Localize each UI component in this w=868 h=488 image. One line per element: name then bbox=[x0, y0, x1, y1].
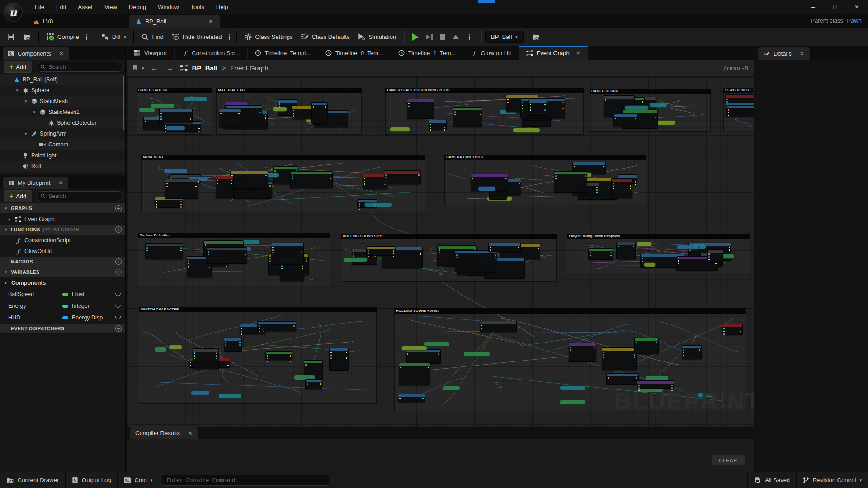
comment-title[interactable]: ROLLING SOUND Forest bbox=[394, 308, 746, 314]
close-details-panel-icon[interactable]: ✕ bbox=[800, 51, 804, 57]
variable-pill-node[interactable] bbox=[424, 342, 450, 347]
add-section-item-icon[interactable]: + bbox=[115, 269, 122, 275]
nav-back-icon[interactable]: ← bbox=[149, 64, 160, 73]
tab-asset-bpball[interactable]: ♟ BP_Ball ✕ bbox=[129, 15, 220, 28]
component-camera[interactable]: Camera bbox=[0, 139, 125, 150]
graph-tab-timeline-0-tem[interactable]: Timeline_0_Tem... bbox=[318, 46, 391, 60]
menu-file[interactable]: File bbox=[29, 4, 50, 10]
blueprint-node[interactable] bbox=[602, 347, 637, 370]
blueprint-node[interactable] bbox=[606, 373, 639, 385]
blueprint-node[interactable] bbox=[480, 321, 517, 332]
output-log-button[interactable]: Output Log bbox=[66, 472, 118, 488]
blueprint-node[interactable] bbox=[290, 171, 333, 188]
component-spheredetector[interactable]: SphereDetector bbox=[0, 117, 125, 128]
blueprint-item-constructionscript[interactable]: ƒ̂ConstructionScript bbox=[0, 235, 125, 246]
variable-pill-node[interactable] bbox=[184, 97, 208, 102]
variable-pill-node[interactable] bbox=[637, 242, 652, 247]
blueprint-node[interactable] bbox=[366, 246, 395, 256]
my-blueprint-search-input[interactable] bbox=[48, 193, 118, 199]
blueprint-node[interactable] bbox=[634, 338, 658, 354]
menu-edit[interactable]: Edit bbox=[50, 4, 72, 10]
blueprint-node[interactable] bbox=[682, 345, 702, 359]
eject-button[interactable] bbox=[453, 35, 459, 39]
revision-control-button[interactable]: Revision Control ▾ bbox=[796, 472, 868, 488]
comment-title[interactable]: CAMER START POSITIONING PITCH bbox=[385, 88, 584, 93]
blueprint-node[interactable] bbox=[588, 248, 613, 260]
find-button[interactable]: Find bbox=[137, 30, 167, 44]
blueprint-node[interactable] bbox=[616, 242, 636, 260]
blueprint-node[interactable] bbox=[363, 174, 387, 189]
component-springarm[interactable]: ▾SpringArm bbox=[0, 128, 125, 139]
blueprint-node[interactable] bbox=[305, 379, 322, 389]
breadcrumb-asset[interactable]: BP_Ball bbox=[192, 64, 218, 72]
add-section-item-icon[interactable]: + bbox=[115, 226, 122, 233]
blueprint-node[interactable] bbox=[292, 106, 314, 119]
browse-debug-object-button[interactable] bbox=[528, 30, 544, 44]
find-options-kebab-icon[interactable] bbox=[226, 34, 233, 40]
variable-pill-node[interactable] bbox=[513, 128, 540, 133]
event-graph-canvas[interactable]: CAMER FADE INMATERIAL FADECAMER START PO… bbox=[127, 77, 754, 427]
blueprint-node[interactable] bbox=[165, 179, 198, 199]
play-button[interactable] bbox=[412, 33, 419, 41]
nav-forward-icon[interactable]: → bbox=[165, 64, 176, 73]
variable-pill-node[interactable] bbox=[164, 169, 188, 174]
tab-level-lv0[interactable]: LV0 bbox=[27, 15, 59, 28]
blueprint-node[interactable] bbox=[398, 394, 425, 402]
menu-view[interactable]: View bbox=[99, 4, 123, 10]
variable-pill-node[interactable] bbox=[218, 394, 242, 399]
comment-title[interactable]: CAMER FADE IN bbox=[137, 88, 212, 93]
blueprint-node[interactable] bbox=[611, 178, 632, 198]
blueprint-item-glowonhit[interactable]: ƒGlowOnHit bbox=[0, 246, 125, 257]
parent-class-link[interactable]: Pawn bbox=[847, 17, 862, 24]
diff-button[interactable]: Diff ▾ bbox=[98, 30, 130, 44]
comment-title[interactable]: ROLLING SOUND Steel bbox=[341, 234, 557, 239]
components-search-input[interactable] bbox=[48, 64, 118, 70]
variable-pill-node[interactable] bbox=[677, 245, 699, 250]
menu-asset[interactable]: Asset bbox=[72, 4, 99, 10]
component-staticmesh[interactable]: ▾StaticMesh bbox=[0, 96, 125, 107]
compiler-results-tab[interactable]: Compiler Results ✕ bbox=[130, 427, 198, 439]
section-graphs[interactable]: ▾GRAPHS+ bbox=[0, 203, 125, 214]
play-options-kebab-icon[interactable] bbox=[466, 34, 473, 40]
component-roll[interactable]: Roll bbox=[0, 161, 125, 172]
close-graph-tab-icon[interactable]: ✕ bbox=[576, 50, 580, 56]
graph-tab-glow-on-hit[interactable]: ƒGlow on Hit bbox=[463, 46, 519, 60]
component-bp-ball-self-[interactable]: ♟BP_Ball (Self) bbox=[0, 74, 125, 85]
variable-pill-node[interactable] bbox=[644, 262, 656, 267]
blueprint-node[interactable] bbox=[707, 249, 723, 262]
add-section-item-icon[interactable]: + bbox=[115, 325, 122, 332]
comment-title[interactable]: CAMERA CONTROLS bbox=[444, 155, 646, 160]
close-button[interactable]: × bbox=[852, 3, 862, 10]
blueprint-node[interactable] bbox=[569, 343, 596, 362]
blueprint-node[interactable] bbox=[455, 250, 498, 273]
variable-pill-node[interactable] bbox=[478, 186, 496, 191]
variable-pill-node[interactable] bbox=[364, 202, 392, 207]
graph-tab-timeline-templ[interactable]: Timeline_Templ... bbox=[248, 46, 318, 60]
browse-to-asset-button[interactable] bbox=[19, 30, 35, 44]
blueprint-node[interactable] bbox=[429, 120, 447, 130]
blueprint-node[interactable] bbox=[311, 102, 328, 124]
blueprint-node[interactable] bbox=[224, 338, 242, 352]
blueprint-node[interactable] bbox=[230, 171, 268, 189]
add-section-item-icon[interactable]: + bbox=[115, 205, 122, 211]
variable-pill-node[interactable] bbox=[401, 346, 427, 351]
variable-pill-node[interactable] bbox=[154, 347, 167, 352]
console-command-input[interactable] bbox=[162, 475, 329, 486]
bookmark-dropdown-icon[interactable]: ▾ bbox=[142, 66, 144, 70]
stop-button[interactable] bbox=[440, 34, 445, 40]
cmd-dropdown[interactable]: Cmd ▾ bbox=[118, 472, 159, 488]
comment-title[interactable]: SWITCH CHARACTER bbox=[139, 307, 377, 312]
add-component-button[interactable]: + Add bbox=[4, 61, 32, 73]
blueprint-node[interactable] bbox=[216, 176, 234, 198]
content-drawer-button[interactable]: Content Drawer bbox=[0, 472, 66, 488]
component-sphere[interactable]: ▾Sphere bbox=[0, 85, 125, 96]
blueprint-node[interactable] bbox=[206, 247, 247, 264]
comment-title[interactable]: MOVEMENT bbox=[141, 155, 425, 160]
all-saved-button[interactable]: All Saved bbox=[747, 472, 796, 488]
close-my-blueprint-panel-icon[interactable]: ✕ bbox=[58, 180, 63, 186]
expander-arrow-icon[interactable]: ▾ bbox=[15, 88, 19, 93]
menu-tools[interactable]: Tools bbox=[184, 4, 210, 10]
blueprint-node[interactable] bbox=[399, 363, 431, 385]
components-scrollbar[interactable] bbox=[123, 76, 124, 130]
variable-visibility-icon[interactable] bbox=[115, 316, 121, 319]
